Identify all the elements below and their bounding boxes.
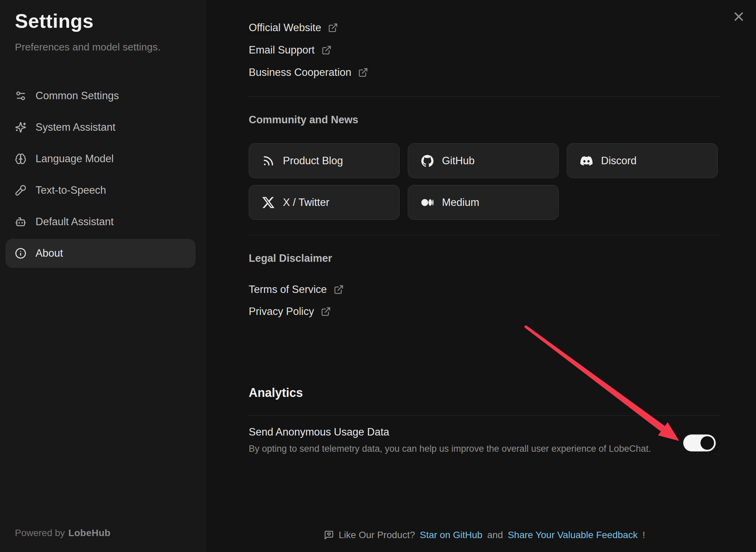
link-label: Terms of Service xyxy=(249,283,327,296)
button-label: Discord xyxy=(601,155,637,167)
rss-icon xyxy=(262,154,275,167)
sidebar-item-label: About xyxy=(36,247,63,259)
sparkles-icon xyxy=(15,122,26,133)
powered-by: Powered byLobeHub xyxy=(15,528,111,538)
sidebar-item-label: Language Model xyxy=(36,153,114,165)
mic-icon xyxy=(15,185,26,196)
divider xyxy=(249,235,720,235)
external-link-icon xyxy=(358,67,368,78)
external-link-icon xyxy=(334,284,344,295)
github-button[interactable]: GitHub xyxy=(408,143,559,178)
page-title: Settings xyxy=(15,9,94,32)
feedback-footer: Like Our Product? Star on GitHub and Sha… xyxy=(249,528,720,543)
button-label: X / Twitter xyxy=(283,196,329,209)
product-blog-button[interactable]: Product Blog xyxy=(249,143,400,178)
sidebar-item-system-assistant[interactable]: System Assistant xyxy=(5,113,196,142)
divider xyxy=(249,416,720,416)
link-label: Official Website xyxy=(249,22,321,34)
page-subtitle: Preferences and model settings. xyxy=(15,41,160,53)
business-cooperation-link[interactable]: Business Cooperation xyxy=(249,65,368,80)
settings-modal: Settings Preferences and model settings.… xyxy=(0,0,756,552)
analytics-title: Analytics xyxy=(249,386,303,400)
close-button[interactable] xyxy=(732,10,746,23)
sidebar-item-default-assistant[interactable]: Default Assistant xyxy=(5,207,196,236)
telemetry-setting-description: By opting to send telemetry data, you ca… xyxy=(249,444,651,454)
lobehub-brand: LobeHub xyxy=(68,528,111,538)
github-icon xyxy=(421,154,434,167)
button-label: GitHub xyxy=(442,155,474,167)
medium-button[interactable]: Medium xyxy=(408,185,559,220)
external-link-icon xyxy=(321,306,331,317)
footer-prefix: Like Our Product? xyxy=(339,530,415,540)
legal-title: Legal Disclaimer xyxy=(249,252,332,264)
link-label: Email Support xyxy=(249,44,315,56)
official-website-link[interactable]: Official Website xyxy=(249,20,338,35)
share-feedback-link[interactable]: Share Your Valuable Feedback xyxy=(508,530,638,540)
telemetry-setting-label: Send Anonymous Usage Data xyxy=(249,426,389,438)
star-on-github-link[interactable]: Star on GitHub xyxy=(420,530,482,540)
message-square-heart-icon xyxy=(324,530,334,540)
close-icon xyxy=(733,10,745,23)
contact-us-title: Contact Us xyxy=(252,0,307,1)
privacy-policy-link[interactable]: Privacy Policy xyxy=(249,304,331,319)
button-label: Product Blog xyxy=(283,155,343,167)
community-title: Community and News xyxy=(249,114,358,126)
link-label: Privacy Policy xyxy=(249,305,314,318)
discord-button[interactable]: Discord xyxy=(567,143,718,178)
telemetry-toggle[interactable] xyxy=(683,434,716,451)
info-icon xyxy=(15,248,26,259)
sidebar-item-label: System Assistant xyxy=(36,121,115,133)
divider xyxy=(249,96,720,97)
external-link-icon xyxy=(321,45,332,55)
sidebar-item-label: Default Assistant xyxy=(36,216,114,228)
sidebar-item-label: Common Settings xyxy=(36,90,119,102)
sidebar-item-about[interactable]: About xyxy=(5,239,196,268)
about-panel: Contact Us Official Website Email Suppor… xyxy=(206,0,756,552)
x-twitter-button[interactable]: X / Twitter xyxy=(249,185,400,220)
sidebar-item-text-to-speech[interactable]: Text-to-Speech xyxy=(5,176,196,205)
terms-of-service-link[interactable]: Terms of Service xyxy=(249,282,344,297)
settings-sidebar: Settings Preferences and model settings.… xyxy=(0,0,205,552)
sliders-icon xyxy=(15,90,26,102)
x-twitter-icon xyxy=(262,196,275,209)
medium-icon xyxy=(421,196,434,209)
sidebar-item-common-settings[interactable]: Common Settings xyxy=(5,81,196,110)
footer-suffix: ! xyxy=(642,530,645,540)
footer-middle: and xyxy=(487,530,503,540)
link-label: Business Cooperation xyxy=(249,66,351,79)
button-label: Medium xyxy=(442,196,479,209)
external-link-icon xyxy=(328,23,338,33)
bot-icon xyxy=(15,216,26,228)
discord-icon xyxy=(580,154,593,167)
toggle-knob xyxy=(701,436,714,450)
sidebar-item-label: Text-to-Speech xyxy=(36,184,106,196)
sidebar-item-language-model[interactable]: Language Model xyxy=(5,144,196,173)
email-support-link[interactable]: Email Support xyxy=(249,43,332,58)
powered-by-text: Powered by xyxy=(15,528,65,538)
brain-icon xyxy=(15,153,26,165)
